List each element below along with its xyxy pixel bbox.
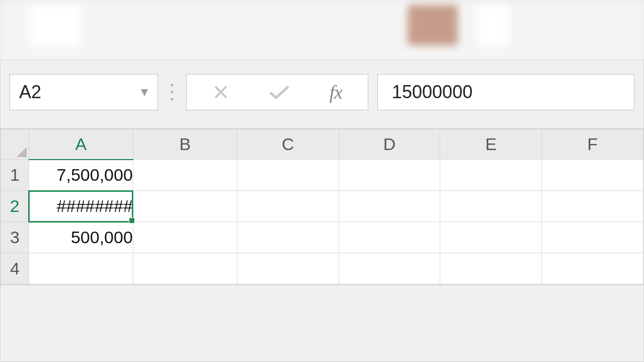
cell-C1[interactable]	[237, 160, 339, 191]
cell-C4[interactable]	[237, 253, 339, 284]
name-box[interactable]: A2 ▼	[10, 74, 158, 110]
formula-value: 15000000	[392, 82, 472, 103]
enter-icon[interactable]	[268, 84, 290, 101]
svg-point-0	[171, 84, 174, 87]
cell-D2[interactable]	[339, 191, 440, 222]
col-header-A[interactable]: A	[29, 129, 133, 160]
cell-B4[interactable]	[133, 253, 237, 284]
cell-B3[interactable]	[133, 222, 237, 253]
cell-D1[interactable]	[339, 160, 440, 191]
cell-A1[interactable]: 7,500,000	[29, 160, 133, 191]
cancel-icon[interactable]	[212, 84, 229, 101]
name-box-value: A2	[19, 82, 41, 103]
spreadsheet-grid[interactable]: A B C D E F 1 7,500,000 2 ########	[1, 128, 643, 285]
fx-icon[interactable]: fx	[330, 81, 342, 103]
cell-E4[interactable]	[440, 253, 542, 284]
formula-row: A2 ▼ fx 150	[1, 60, 643, 119]
dropdown-icon[interactable]: ▼	[138, 85, 150, 99]
formula-input[interactable]: 15000000	[377, 74, 634, 110]
select-all-corner[interactable]	[1, 129, 29, 160]
cell-C3[interactable]	[237, 222, 339, 253]
svg-point-2	[171, 98, 174, 101]
col-header-D[interactable]: D	[339, 129, 440, 160]
cell-E3[interactable]	[440, 222, 542, 253]
cell-F3[interactable]	[542, 222, 643, 253]
svg-point-1	[171, 91, 174, 94]
cell-C2[interactable]	[237, 191, 339, 222]
cell-F1[interactable]	[542, 160, 643, 191]
cell-B2[interactable]	[133, 191, 237, 222]
cell-A2[interactable]: ########	[29, 191, 133, 222]
col-header-E[interactable]: E	[440, 129, 542, 160]
cell-F4[interactable]	[542, 253, 643, 284]
cell-A3[interactable]: 500,000	[29, 222, 133, 253]
separator-icon	[167, 82, 177, 102]
col-header-C[interactable]: C	[237, 129, 339, 160]
row-header-1[interactable]: 1	[1, 160, 29, 191]
cell-D3[interactable]	[339, 222, 440, 253]
row-header-4[interactable]: 4	[1, 253, 29, 284]
row-header-2[interactable]: 2	[1, 191, 29, 222]
col-header-B[interactable]: B	[133, 129, 237, 160]
cell-B1[interactable]	[133, 160, 237, 191]
col-header-F[interactable]: F	[542, 129, 643, 160]
formula-buttons: fx	[186, 74, 368, 110]
cell-E2[interactable]	[440, 191, 542, 222]
cell-D4[interactable]	[339, 253, 440, 284]
cell-A4[interactable]	[29, 253, 133, 284]
row-header-3[interactable]: 3	[1, 222, 29, 253]
spreadsheet-panel: A2 ▼ fx 150	[0, 59, 644, 362]
cell-F2[interactable]	[542, 191, 643, 222]
cell-E1[interactable]	[440, 160, 542, 191]
